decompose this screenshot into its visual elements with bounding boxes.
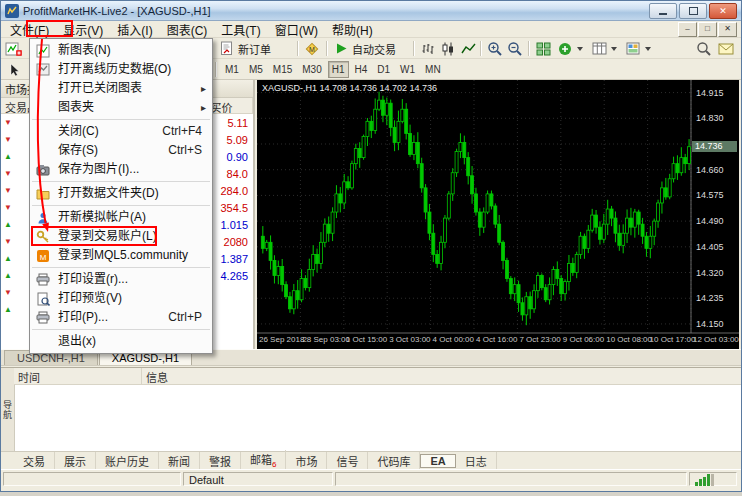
menubar-item-6[interactable]: 窗口(W) bbox=[268, 20, 325, 39]
menubar-item-5[interactable]: 工具(T) bbox=[214, 20, 267, 39]
terminal-tab-交易[interactable]: 交易 bbox=[14, 452, 55, 470]
price-axis[interactable]: 14.91514.83014.74514.66014.57514.49014.4… bbox=[691, 80, 739, 333]
file-menu-item-2[interactable]: 打开离线历史数据(O) bbox=[30, 60, 212, 79]
templates-dropdown[interactable] bbox=[625, 40, 651, 57]
bar-chart-icon[interactable] bbox=[419, 40, 437, 57]
submenu-arrow-icon: ▸ bbox=[201, 98, 206, 117]
maximize-button[interactable] bbox=[679, 3, 707, 19]
metaeditor-icon[interactable]: M bbox=[303, 40, 321, 57]
file-menu-item-14[interactable]: 打印(P)...Ctrl+P bbox=[30, 308, 212, 327]
periods-icon bbox=[591, 41, 607, 57]
tile-windows-icon[interactable] bbox=[534, 40, 552, 57]
file-menu-item-1[interactable]: 新图表(N) bbox=[30, 41, 212, 60]
chevron-down-icon bbox=[577, 47, 583, 51]
arrow-down-icon: ▼ bbox=[1, 135, 15, 144]
title-bar[interactable]: ProfitMarketHK-Live2 - [XAGUSD-,H1] ✕ bbox=[1, 1, 741, 21]
arrow-down-icon: ▼ bbox=[1, 169, 15, 178]
candlestick-icon[interactable] bbox=[439, 40, 457, 57]
menubar-item-7[interactable]: 帮助(H) bbox=[325, 20, 380, 39]
file-menu-item-7[interactable]: 保存为图片(I)... bbox=[30, 160, 212, 179]
file-menu-item-label: 打印设置(r)... bbox=[58, 272, 128, 286]
timeframe-mn[interactable]: MN bbox=[421, 61, 445, 78]
menu-shortcut: Ctrl+S bbox=[168, 141, 202, 160]
file-menu-item-11[interactable]: M登录到MQL5.community bbox=[30, 246, 212, 265]
menubar-item-3[interactable]: 插入(I) bbox=[110, 20, 159, 39]
terminal-tab-展示[interactable]: 展示 bbox=[55, 452, 96, 470]
candlestick-chart[interactable] bbox=[257, 80, 739, 349]
timeframe-m30[interactable]: M30 bbox=[298, 61, 325, 78]
terminal-tab-代码库[interactable]: 代码库 bbox=[368, 452, 420, 470]
arrow-up-icon: ▲ bbox=[1, 220, 15, 229]
child-restore-button[interactable]: □ bbox=[698, 22, 717, 37]
child-close-button[interactable]: ✕ bbox=[718, 22, 737, 37]
new-chart-icon bbox=[35, 43, 50, 58]
connection-bars-icon bbox=[695, 473, 731, 486]
file-menu-item-10[interactable]: 登录到交易账户(L) bbox=[30, 227, 212, 246]
file-menu-item-5[interactable]: 关闭(C)Ctrl+F4 bbox=[30, 122, 212, 141]
file-menu-item-4[interactable]: 图表夹▸ bbox=[30, 98, 212, 117]
terminal-tab-警报[interactable]: 警报 bbox=[200, 452, 241, 470]
terminal-tab-信号[interactable]: 信号 bbox=[327, 452, 368, 470]
menubar-item-1[interactable]: 文件(F) bbox=[3, 20, 56, 39]
window-title: ProfitMarketHK-Live2 - [XAGUSD-,H1] bbox=[23, 5, 211, 17]
timeframe-h1[interactable]: H1 bbox=[328, 61, 349, 78]
cursor-icon[interactable] bbox=[5, 61, 23, 78]
mail-icon[interactable] bbox=[717, 40, 735, 57]
file-menu-item-label: 保存(S) bbox=[58, 143, 98, 157]
svg-text:M: M bbox=[309, 46, 315, 53]
printer-icon bbox=[35, 272, 50, 287]
timeframe-d1[interactable]: D1 bbox=[373, 61, 394, 78]
line-chart-icon[interactable] bbox=[459, 40, 477, 57]
template-icon bbox=[625, 41, 641, 57]
zoom-in-icon[interactable] bbox=[486, 40, 504, 57]
timeframe-m15[interactable]: M15 bbox=[269, 61, 296, 78]
terminal-tab-账户历史[interactable]: 账户历史 bbox=[96, 452, 159, 470]
timeframe-w1[interactable]: W1 bbox=[396, 61, 419, 78]
file-menu-item-8[interactable]: 打开数据文件夹(D) bbox=[30, 184, 212, 203]
time-label: 28 Sep 03:00 bbox=[302, 335, 350, 344]
status-bar: Default bbox=[1, 469, 741, 490]
file-menu-item-label: 图表夹 bbox=[58, 100, 94, 114]
terminal-tab-邮箱[interactable]: 邮箱6 bbox=[241, 450, 286, 470]
periods-dropdown[interactable] bbox=[591, 40, 617, 57]
terminal-tab-EA[interactable]: EA bbox=[420, 454, 455, 468]
status-profile[interactable]: Default bbox=[183, 472, 333, 486]
file-menu-item-3[interactable]: 打开已关闭图表▸ bbox=[30, 79, 212, 98]
time-axis[interactable]: 26 Sep 201828 Sep 03:001 Oct 15:003 Oct … bbox=[257, 335, 739, 349]
child-minimize-button[interactable]: – bbox=[678, 22, 697, 37]
time-label: 1 Oct 15:00 bbox=[346, 335, 387, 344]
terminal-tab-新闻[interactable]: 新闻 bbox=[159, 452, 200, 470]
new-chart-icon[interactable] bbox=[5, 40, 23, 57]
column-time[interactable]: 时间 bbox=[14, 368, 142, 384]
file-menu-item-12[interactable]: 打印设置(r)... bbox=[30, 270, 212, 289]
search-icon[interactable] bbox=[695, 40, 713, 57]
autotrading-button[interactable]: 自动交易 bbox=[333, 40, 396, 57]
column-message[interactable]: 信息 bbox=[142, 368, 741, 384]
file-menu-item-6[interactable]: 保存(S)Ctrl+S bbox=[30, 141, 212, 160]
camera-icon bbox=[35, 162, 50, 177]
minimize-button[interactable] bbox=[649, 3, 677, 19]
timeframe-m1[interactable]: M1 bbox=[221, 61, 243, 78]
timeframe-m5[interactable]: M5 bbox=[245, 61, 267, 78]
close-button[interactable]: ✕ bbox=[709, 3, 737, 19]
new-order-button[interactable]: 新订单 bbox=[219, 40, 271, 57]
timeframe-h4[interactable]: H4 bbox=[351, 61, 372, 78]
indicators-dropdown[interactable] bbox=[557, 40, 583, 57]
menubar-item-4[interactable]: 图表(C) bbox=[160, 20, 215, 39]
file-menu-item-15[interactable]: 退出(x) bbox=[30, 332, 212, 351]
file-menu-item-13[interactable]: 打印预览(V) bbox=[30, 289, 212, 308]
arrow-up-icon: ▲ bbox=[1, 271, 15, 280]
file-menu-item-9[interactable]: 开新模拟帐户(A) bbox=[30, 208, 212, 227]
menubar-item-2[interactable]: 显示(V) bbox=[56, 20, 110, 39]
menu-separator bbox=[32, 329, 210, 330]
price-label: 14.490 bbox=[696, 216, 724, 226]
terminal-tab-市场[interactable]: 市场 bbox=[286, 452, 327, 470]
terminal-tab-日志[interactable]: 日志 bbox=[456, 452, 497, 470]
menu-shortcut: Ctrl+P bbox=[168, 308, 202, 327]
file-menu-item-label: 开新模拟帐户(A) bbox=[58, 210, 146, 224]
new-order-label: 新订单 bbox=[238, 41, 271, 57]
zoom-out-icon[interactable] bbox=[506, 40, 524, 57]
arrow-up-icon: ▲ bbox=[1, 254, 15, 263]
navigator-side-tab[interactable]: 导航 bbox=[1, 400, 14, 420]
price-label: 14.575 bbox=[696, 190, 724, 200]
